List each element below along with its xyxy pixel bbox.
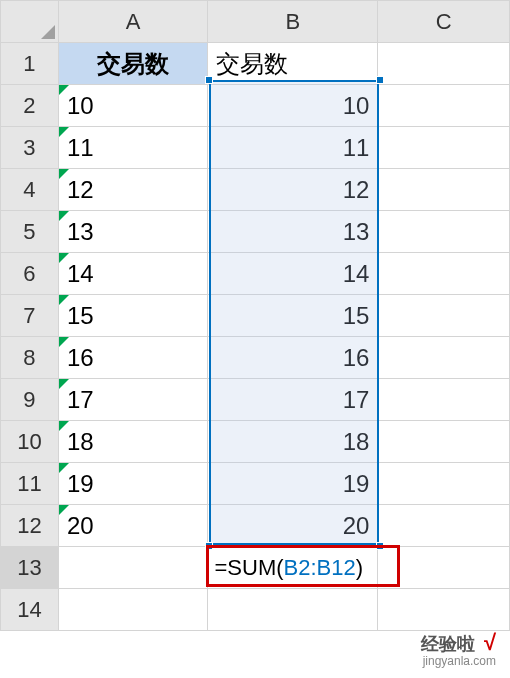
cell-a9[interactable]: 17	[58, 379, 208, 421]
cell-a6[interactable]: 14	[58, 253, 208, 295]
cell-b10[interactable]: 18	[208, 421, 378, 463]
row-header-14[interactable]: 14	[1, 589, 59, 631]
cell-a1[interactable]: 交易数	[58, 43, 208, 85]
cell-a13[interactable]	[58, 547, 208, 589]
formula-suffix: )	[356, 555, 363, 580]
cell-b13-formula[interactable]: =SUM(B2:B12)	[208, 547, 378, 589]
cell-c8[interactable]	[378, 337, 510, 379]
column-header-c[interactable]: C	[378, 1, 510, 43]
cell-c12[interactable]	[378, 505, 510, 547]
formula-prefix: =SUM(	[214, 555, 283, 580]
cell-a11[interactable]: 19	[58, 463, 208, 505]
row-header-11[interactable]: 11	[1, 463, 59, 505]
cell-a5[interactable]: 13	[58, 211, 208, 253]
row-header-8[interactable]: 8	[1, 337, 59, 379]
watermark: 经验啦 √ jingyanla.com	[421, 630, 496, 668]
formula-range: B2:B12	[284, 555, 356, 580]
cell-b2[interactable]: 10	[208, 85, 378, 127]
cell-b3[interactable]: 11	[208, 127, 378, 169]
column-header-a[interactable]: A	[58, 1, 208, 43]
row-header-4[interactable]: 4	[1, 169, 59, 211]
selection-handle-tl[interactable]	[205, 76, 213, 84]
row-header-2[interactable]: 2	[1, 85, 59, 127]
cell-c4[interactable]	[378, 169, 510, 211]
cell-b14[interactable]	[208, 589, 378, 631]
cell-a14[interactable]	[58, 589, 208, 631]
cell-b11[interactable]: 19	[208, 463, 378, 505]
cell-c11[interactable]	[378, 463, 510, 505]
cell-b12[interactable]: 20	[208, 505, 378, 547]
selection-handle-br[interactable]	[376, 542, 384, 550]
row-header-7[interactable]: 7	[1, 295, 59, 337]
cell-b5[interactable]: 13	[208, 211, 378, 253]
cell-c10[interactable]	[378, 421, 510, 463]
cell-a4[interactable]: 12	[58, 169, 208, 211]
cell-a2[interactable]: 10	[58, 85, 208, 127]
column-header-b[interactable]: B	[208, 1, 378, 43]
cell-c2[interactable]	[378, 85, 510, 127]
row-header-5[interactable]: 5	[1, 211, 59, 253]
cell-b9[interactable]: 17	[208, 379, 378, 421]
row-header-3[interactable]: 3	[1, 127, 59, 169]
cell-c5[interactable]	[378, 211, 510, 253]
selection-handle-tr[interactable]	[376, 76, 384, 84]
cell-b4[interactable]: 12	[208, 169, 378, 211]
cell-c14[interactable]	[378, 589, 510, 631]
cell-b7[interactable]: 15	[208, 295, 378, 337]
watermark-title: 经验啦	[421, 632, 475, 656]
row-header-12[interactable]: 12	[1, 505, 59, 547]
row-header-9[interactable]: 9	[1, 379, 59, 421]
cell-a12[interactable]: 20	[58, 505, 208, 547]
cell-c3[interactable]	[378, 127, 510, 169]
cell-c6[interactable]	[378, 253, 510, 295]
cell-c13[interactable]	[378, 547, 510, 589]
row-header-13[interactable]: 13	[1, 547, 59, 589]
row-header-1[interactable]: 1	[1, 43, 59, 85]
row-header-6[interactable]: 6	[1, 253, 59, 295]
selection-handle-bl[interactable]	[205, 542, 213, 550]
cell-a10[interactable]: 18	[58, 421, 208, 463]
cell-a3[interactable]: 11	[58, 127, 208, 169]
watermark-check-icon: √	[484, 630, 496, 655]
spreadsheet-grid[interactable]: A B C 1 交易数 交易数 2 10 10 3 11 11 4 12 12 …	[0, 0, 510, 631]
cell-c7[interactable]	[378, 295, 510, 337]
cell-b1[interactable]: 交易数	[208, 43, 378, 85]
select-all-corner[interactable]	[1, 1, 59, 43]
cell-a7[interactable]: 15	[58, 295, 208, 337]
cell-a8[interactable]: 16	[58, 337, 208, 379]
cell-c1[interactable]	[378, 43, 510, 85]
cell-b8[interactable]: 16	[208, 337, 378, 379]
cell-b6[interactable]: 14	[208, 253, 378, 295]
cell-c9[interactable]	[378, 379, 510, 421]
watermark-url: jingyanla.com	[421, 654, 496, 668]
row-header-10[interactable]: 10	[1, 421, 59, 463]
